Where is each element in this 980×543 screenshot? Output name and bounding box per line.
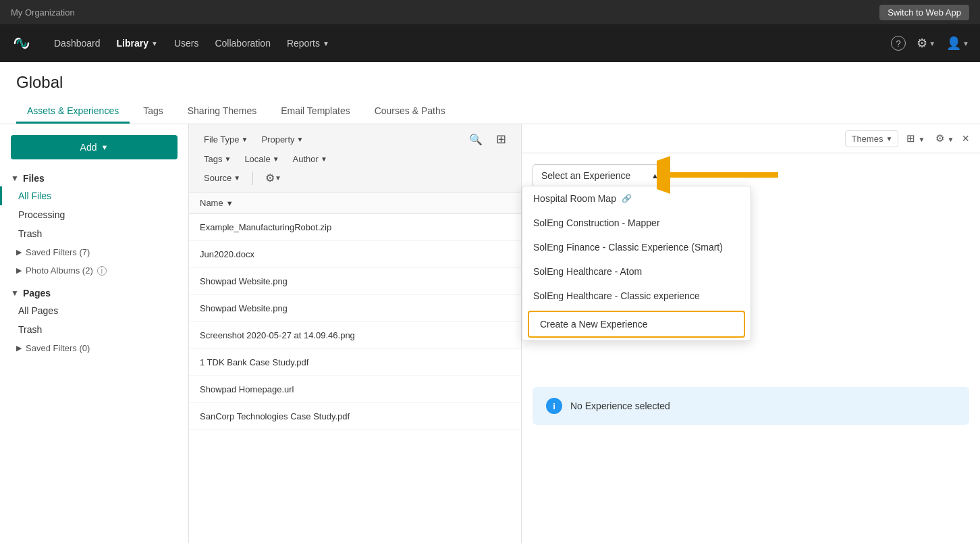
sidebar-item-all-files[interactable]: All Files: [0, 186, 188, 205]
add-button[interactable]: Add ▼: [11, 135, 178, 159]
switch-to-web-app-button[interactable]: Switch to Web App: [879, 5, 969, 20]
select-experience-button[interactable]: Select an Experience ▲: [533, 164, 668, 187]
settings-gear-button[interactable]: ⚙ ▼: [261, 170, 285, 186]
photo-albums-info-icon: i: [97, 266, 107, 276]
sidebar-item-saved-filters[interactable]: ▶ Saved Filters (7): [0, 243, 188, 261]
tabs: Assets & Experiences Tags Sharing Themes…: [16, 100, 964, 124]
filter-divider: [252, 172, 253, 185]
filter-locale[interactable]: Locale ▼: [240, 153, 283, 165]
file-row[interactable]: Example_ManufacturingRobot.zip: [189, 214, 521, 241]
info-icon: i: [546, 398, 562, 414]
file-row[interactable]: Jun2020.docx: [189, 241, 521, 268]
file-list-header: Name ▼: [189, 192, 521, 214]
settings-arrow-icon: ▼: [275, 174, 281, 182]
add-arrow-icon: ▼: [101, 143, 109, 151]
filter-row-1: File Type ▼ Property ▼ 🔍 ⊞: [200, 130, 510, 149]
no-experience-box: i No Experience selected: [533, 387, 969, 425]
filter-source[interactable]: Source ▼: [200, 172, 244, 184]
right-panel-toolbar: Themes ▼ ⊞ ▼ ⚙ ▼ ×: [522, 124, 980, 153]
view-arrow-icon: ▼: [919, 136, 925, 143]
tab-courses-paths[interactable]: Courses & Paths: [364, 100, 456, 124]
view-toggle-button[interactable]: ⊞ ▼: [904, 130, 927, 147]
settings-icon: ⚙: [265, 172, 275, 184]
filter-row-2: Tags ▼ Locale ▼ Author ▼: [200, 153, 510, 165]
select-experience-arrow-icon: ▲: [651, 172, 659, 180]
grid-view-button[interactable]: ⊞: [492, 130, 510, 149]
file-row[interactable]: Showpad Homepage.url: [189, 376, 521, 403]
sidebar-item-photo-albums[interactable]: ▶ Photo Albums (2) i: [0, 261, 188, 280]
sidebar-item-trash-pages[interactable]: Trash: [0, 320, 188, 339]
panel-gear-arrow-icon: ▼: [948, 136, 954, 143]
file-row[interactable]: Screenshot 2020-05-27 at 14.09.46.png: [189, 322, 521, 349]
search-icon: 🔍: [469, 133, 483, 146]
file-type-arrow-icon: ▼: [242, 136, 248, 143]
tab-assets-experiences[interactable]: Assets & Experiences: [16, 100, 130, 124]
saved-filters-arrow-icon: ▶: [16, 248, 22, 257]
locale-arrow-icon: ▼: [273, 155, 279, 163]
panel-settings-button[interactable]: ⚙ ▼: [933, 130, 956, 147]
filter-tags[interactable]: Tags ▼: [200, 153, 235, 165]
topbar: My Organization Switch to Web App: [0, 0, 980, 24]
help-button[interactable]: ?: [891, 36, 906, 51]
sidebar-item-saved-filters-pages[interactable]: ▶ Saved Filters (0): [0, 339, 188, 357]
themes-selector[interactable]: Themes ▼: [845, 130, 898, 147]
navbar-right: ? ⚙ ▼ 👤 ▼: [891, 36, 969, 51]
source-arrow-icon: ▼: [234, 174, 240, 182]
page-header: Global Assets & Experiences Tags Sharing…: [0, 62, 980, 124]
nav-collaboration[interactable]: Collaboration: [215, 38, 271, 49]
nav-dashboard[interactable]: Dashboard: [54, 38, 101, 49]
name-sort-arrow-icon: ▼: [226, 199, 234, 207]
nav-library[interactable]: Library ▼: [117, 38, 158, 49]
dropdown-item-soleng-construction[interactable]: SolEng Construction - Mapper: [522, 211, 751, 235]
hospital-link-icon: 🔗: [622, 194, 632, 203]
user-icon: 👤: [946, 36, 961, 51]
dropdown-item-soleng-healthcare-atom[interactable]: SolEng Healthcare - Atom: [522, 259, 751, 284]
files-section-toggle[interactable]: ▼ Files: [0, 170, 188, 186]
pages-chevron-icon: ▼: [11, 288, 19, 298]
sidebar-section-files: ▼ Files All Files Processing Trash ▶ Sav…: [0, 170, 188, 280]
settings-arrow-icon: ▼: [929, 40, 935, 47]
filter-file-type[interactable]: File Type ▼: [200, 133, 252, 146]
dropdown-item-soleng-finance[interactable]: SolEng Finance - Classic Experience (Sma…: [522, 235, 751, 259]
tab-tags[interactable]: Tags: [132, 100, 174, 124]
logo[interactable]: [11, 32, 32, 54]
file-list: Example_ManufacturingRobot.zip Jun2020.d…: [189, 214, 521, 543]
sidebar-section-pages: ▼ Pages All Pages Trash ▶ Saved Filters …: [0, 285, 188, 357]
file-row[interactable]: SanCorp Technologies Case Study.pdf: [189, 403, 521, 430]
experience-selector-area: Select an Experience ▲ Hospital Room Map…: [522, 153, 980, 198]
filter-property[interactable]: Property ▼: [257, 133, 307, 146]
tab-email-templates[interactable]: Email Templates: [270, 100, 360, 124]
user-button[interactable]: 👤 ▼: [946, 36, 969, 51]
dropdown-item-soleng-healthcare-classic[interactable]: SolEng Healthcare - Classic experience: [522, 284, 751, 308]
nav-users[interactable]: Users: [174, 38, 199, 49]
sidebar-item-trash-files[interactable]: Trash: [0, 224, 188, 243]
dropdown-item-hospital[interactable]: Hospital Room Map 🔗: [522, 186, 751, 211]
sidebar-item-processing[interactable]: Processing: [0, 205, 188, 224]
file-row[interactable]: Showpad Website.png: [189, 268, 521, 295]
filter-author[interactable]: Author ▼: [289, 153, 331, 165]
file-row[interactable]: 1 TDK Bank Case Study.pdf: [189, 349, 521, 376]
file-row[interactable]: Showpad Website.png: [189, 295, 521, 322]
filter-row-3: Source ▼ ⚙ ▼: [200, 170, 510, 186]
grid-icon: ⊞: [496, 132, 506, 147]
main-content: Add ▼ ▼ Files All Files Processing Trash…: [0, 124, 980, 543]
user-arrow-icon: ▼: [962, 40, 969, 47]
files-chevron-icon: ▼: [11, 174, 19, 183]
nav-reports[interactable]: Reports ▼: [287, 38, 329, 49]
sidebar-item-all-pages[interactable]: All Pages: [0, 301, 188, 320]
dropdown-item-create-new[interactable]: Create a New Experience: [528, 311, 745, 338]
name-sort-label[interactable]: Name: [200, 198, 223, 208]
settings-button[interactable]: ⚙ ▼: [917, 36, 935, 51]
photo-albums-arrow-icon: ▶: [16, 266, 22, 275]
experience-dropdown: Hospital Room Map 🔗 SolEng Construction …: [522, 186, 751, 341]
tab-sharing-themes[interactable]: Sharing Themes: [177, 100, 267, 124]
filter-bar: File Type ▼ Property ▼ 🔍 ⊞ Tags ▼: [189, 124, 521, 192]
pages-section-toggle[interactable]: ▼ Pages: [0, 285, 188, 301]
content-area: File Type ▼ Property ▼ 🔍 ⊞ Tags ▼: [189, 124, 521, 543]
themes-arrow-icon: ▼: [886, 135, 892, 143]
help-icon: ?: [891, 36, 906, 51]
saved-filters-pages-arrow-icon: ▶: [16, 344, 22, 353]
close-panel-button[interactable]: ×: [962, 132, 969, 146]
search-button[interactable]: 🔍: [465, 131, 487, 148]
sidebar: Add ▼ ▼ Files All Files Processing Trash…: [0, 124, 189, 543]
